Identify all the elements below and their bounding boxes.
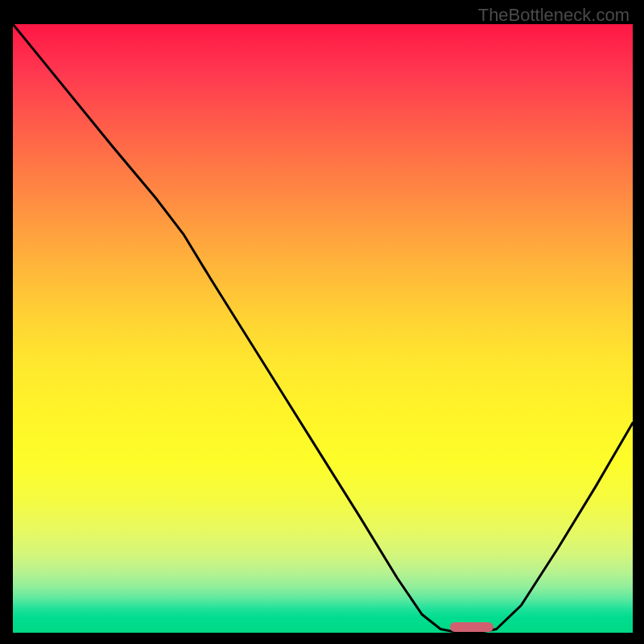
bottleneck-curve <box>13 24 633 633</box>
plot-area <box>13 24 633 633</box>
watermark-text: TheBottleneck.com <box>478 5 630 26</box>
optimal-range-marker <box>450 622 493 632</box>
